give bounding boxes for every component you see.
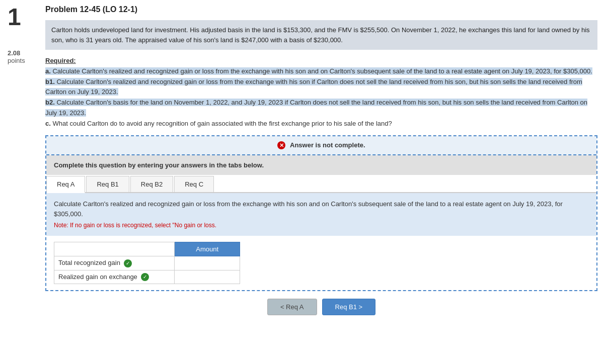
req-c-label: c. xyxy=(45,120,51,127)
problem-text: Carlton holds undeveloped land for inves… xyxy=(45,20,597,50)
problem-number: 1 xyxy=(8,5,33,29)
points-section: 2.08 points xyxy=(8,49,33,64)
tabs-row: Req A Req B1 Req B2 Req C xyxy=(46,176,596,193)
points-label: points xyxy=(8,57,33,64)
row2-value[interactable] xyxy=(175,270,240,284)
problem-title: Problem 12-45 (LO 12-1) xyxy=(45,5,597,14)
answer-status-text: Answer is not complete. xyxy=(290,141,365,149)
complete-instruction: Complete this question by entering your … xyxy=(46,155,596,175)
row2-input[interactable] xyxy=(179,273,236,281)
table-row: Total recognized gain ✓ xyxy=(54,256,240,270)
row1-value[interactable] xyxy=(175,256,240,270)
row1-label: Total recognized gain ✓ xyxy=(54,256,175,270)
row2-check-icon: ✓ xyxy=(141,273,149,281)
req-c-text: c. What could Carlton do to avoid any re… xyxy=(45,120,392,127)
req-b2-label: b2. xyxy=(45,99,55,106)
req-b1-label: b1. xyxy=(45,78,55,85)
table-row: Realized gain on exchange ✓ xyxy=(54,270,240,284)
table-amount-header: Amount xyxy=(175,242,240,256)
req-a-label: a. xyxy=(45,67,51,75)
row1-check-icon: ✓ xyxy=(124,259,132,267)
prev-button[interactable]: < Req A xyxy=(267,299,317,315)
main-content: Problem 12-45 (LO 12-1) Carlton holds un… xyxy=(40,0,605,364)
req-b1-text: b1. Calculate Carlton's realized and rec… xyxy=(45,78,582,96)
table-label-header xyxy=(54,242,175,256)
req-a-text: a. Calculate Carlton's realized and reco… xyxy=(45,67,592,75)
tab-description: Calculate Carlton's realized and recogni… xyxy=(54,199,589,219)
req-b2-text: b2. Calculate Carlton's basis for the la… xyxy=(45,99,587,117)
tab-note: Note: If no gain or loss is recognized, … xyxy=(54,221,589,230)
answer-box: ✕ Answer is not complete. Complete this … xyxy=(45,135,597,292)
row1-input[interactable] xyxy=(179,259,236,267)
next-button[interactable]: Req B1 > xyxy=(322,299,376,315)
amount-table: Amount Total recognized gain ✓ xyxy=(54,242,240,284)
required-section: Required: a. Calculate Carlton's realize… xyxy=(45,56,597,129)
tab-req-b2[interactable]: Req B2 xyxy=(130,176,173,192)
tab-req-b1[interactable]: Req B1 xyxy=(86,176,129,192)
tab-req-c[interactable]: Req C xyxy=(174,176,214,192)
problem-number-column: 1 2.08 points xyxy=(0,0,40,364)
error-icon: ✕ xyxy=(277,141,285,149)
points-value: 2.08 xyxy=(8,49,33,57)
nav-buttons: < Req A Req B1 > xyxy=(45,299,597,315)
tab-req-a[interactable]: Req A xyxy=(46,176,85,193)
tab-content: Calculate Carlton's realized and recogni… xyxy=(46,193,596,236)
table-section: Amount Total recognized gain ✓ xyxy=(46,242,596,284)
required-label: Required: xyxy=(45,57,76,64)
row2-label: Realized gain on exchange ✓ xyxy=(54,270,175,284)
answer-header: ✕ Answer is not complete. xyxy=(46,136,596,156)
